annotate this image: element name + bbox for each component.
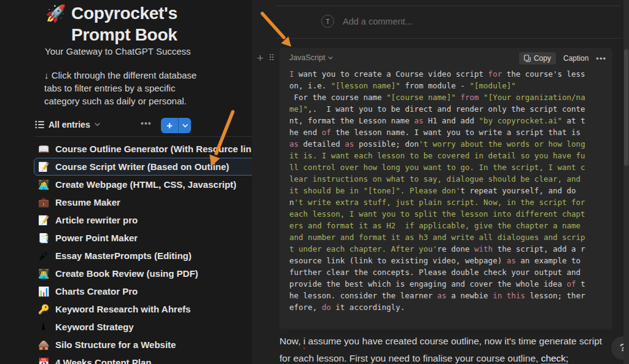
code-line: it is. I want each lesson to be covered … (289, 150, 585, 161)
list-item-label: Keyword Strategy (55, 322, 134, 332)
content-panel: T Add a comment... + ⠿ JavaScript Copy C… (252, 0, 629, 364)
check-link[interactable]: check; (541, 353, 569, 364)
code-block-more-button[interactable]: ••• (596, 54, 606, 63)
hut-icon: 🛖 (37, 339, 50, 350)
comment-placeholder: Add a comment... (343, 17, 413, 26)
page-title-line2: Prompt Book (71, 24, 178, 45)
list-item-label: Create Webpage (HTML, CSS, Javascript) (55, 179, 236, 190)
list-item[interactable]: 📑Power Point Maker (34, 229, 252, 247)
entries-list: 📖Course Outline Generator (With Resource… (34, 140, 252, 364)
list-item-label: Power Point Maker (55, 233, 138, 243)
code-line: provide the best which is engaging and c… (289, 278, 585, 290)
key-icon: 🔑 (37, 304, 50, 315)
view-tab-label: All entries (49, 120, 90, 130)
list-item[interactable]: 🖋Essay MasterPrompts (Editing) (34, 247, 252, 265)
code-line: ers and format it as H2 if applicable, g… (289, 220, 585, 231)
drag-handle[interactable]: ⠿ (268, 53, 275, 63)
paragraph-text: for each lesson. First you need to final… (279, 353, 541, 363)
list-item-label: Article rewriter pro (55, 215, 138, 225)
code-line: ll control over how long you want to go.… (289, 161, 585, 173)
view-options-button[interactable]: ••• (141, 118, 152, 128)
toolbar-divider (35, 136, 252, 137)
add-block-button[interactable]: + (257, 52, 264, 65)
code-line: as detailed as possible; don't worry abo… (289, 138, 585, 150)
new-entry-button: + (161, 118, 191, 133)
list-item-label: Course Outline Generator (With Resource … (55, 144, 251, 154)
chevron-down-icon (182, 124, 188, 128)
list-item[interactable]: 📖Course Outline Generator (With Resource… (34, 140, 252, 158)
list-item[interactable]: 👩‍💻Create Webpage (HTML, CSS, Javascript… (34, 176, 252, 193)
list-item[interactable]: 🛖Silo Structure for a Website (34, 336, 252, 354)
list-item[interactable]: 📊Charts Creator Pro (34, 282, 252, 300)
list-item-label: Charts Creator Pro (55, 286, 138, 296)
page-description: ↓ Click through the different databaseta… (44, 69, 197, 107)
list-item[interactable]: 📅4 Weeks Content Plan (34, 354, 252, 364)
code-line: nt, format the Lesson name as H1 and add… (289, 115, 585, 126)
language-label: JavaScript (289, 53, 325, 62)
divider (276, 38, 621, 39)
green-bar-chart-icon: 📊 (37, 286, 50, 297)
description-line: ↓ Click through the different database (44, 69, 197, 82)
man-technologist-icon: 👨‍💻 (37, 268, 50, 279)
code-line: esource link (link to existing video, we… (289, 255, 585, 266)
chevron-down-icon (328, 56, 333, 60)
list-item-label: Resume Maker (55, 197, 120, 207)
view-tab-all-entries[interactable]: All entries (35, 120, 100, 130)
list-item[interactable]: 📝Article rewriter pro (34, 211, 252, 229)
new-entry-plus-button[interactable]: + (161, 118, 178, 133)
avatar: T (321, 15, 334, 28)
code-line: n't write extra stuff, just plain script… (289, 196, 585, 208)
purple-pen-icon: 🖋 (37, 250, 50, 261)
page-subtitle: Your Gateway to ChatGPT Success (45, 46, 191, 56)
language-selector[interactable]: JavaScript (289, 53, 333, 62)
code-line: For the course name "[course name]" from… (289, 91, 585, 103)
database-panel: 🚀 Copyrocket's Prompt Book Your Gateway … (0, 0, 252, 364)
code-line: t under each chapter. After you're done … (289, 243, 585, 255)
list-item-label: Silo Structure for a Website (55, 339, 176, 350)
scrollbar[interactable] (623, 0, 629, 364)
caption-button[interactable]: Caption (563, 54, 588, 63)
list-item-label: Essay MasterPrompts (Editing) (55, 250, 192, 261)
list-item-label: Course Script Writer (Based on Outline) (55, 161, 229, 172)
description-line: category such as daily or personal. (44, 95, 197, 107)
code-line: and number and format it as h3 and write… (289, 231, 585, 243)
page-title-line1: Copyrocket's (71, 2, 178, 24)
divider (276, 6, 621, 6)
list-item[interactable]: 📝Course Script Writer (Based on Outline) (34, 158, 252, 176)
memo-pencil-icon: 📝 (37, 161, 50, 172)
code-line: efore, do it accordingly. (289, 301, 585, 313)
list-item[interactable]: 💼Resume Maker (34, 193, 252, 211)
copy-button[interactable]: Copy (519, 52, 556, 64)
code-line: he lesson. consider the learner as a new… (289, 290, 585, 301)
code-line: it should be in "[tone]". Please don't r… (289, 185, 585, 196)
new-entry-dropdown-button[interactable] (178, 118, 191, 133)
list-item[interactable]: 🔑Keyword Research with Ahrefs (34, 300, 252, 318)
chevron-down-icon (95, 123, 100, 126)
code-line: lear instructions on what to say, dialog… (289, 173, 585, 185)
description-line: tabs to filter entries by a specific (44, 82, 197, 95)
code-line: he end of the lesson name. I want you to… (289, 126, 585, 138)
briefcase-icon: 💼 (37, 197, 50, 208)
list-item[interactable]: 👨‍💻Create Book Review (using PDF) (34, 265, 252, 282)
list-item-label: Create Book Review (using PDF) (55, 268, 198, 279)
code-line: on, i.e. "[lesson name]" from module - "… (289, 80, 585, 91)
list-item[interactable]: 🌡Keyword Strategy (34, 318, 252, 336)
list-item-label: Keyword Research with Ahrefs (55, 304, 190, 314)
open-book-icon: 📖 (37, 144, 50, 155)
copy-button-label: Copy (534, 54, 551, 63)
list-view-icon (35, 120, 44, 129)
paragraph-line: Now, i assume you have created course ou… (279, 336, 602, 347)
copy-icon (524, 55, 531, 62)
add-comment-input[interactable]: T Add a comment... (321, 15, 413, 28)
memo-pencil-icon: 📝 (37, 215, 50, 226)
paragraph-text: Now, (279, 336, 303, 346)
woman-technologist-icon: 👩‍💻 (37, 179, 50, 190)
paragraph-text: assume you have created course outline, … (305, 336, 602, 346)
code-line: further clear the concepts. Please doubl… (289, 266, 585, 278)
code-line: I want you to create a Course video scri… (289, 68, 585, 80)
code-content: I want you to create a Course video scri… (289, 68, 585, 313)
scrollbar-thumb[interactable] (624, 49, 628, 166)
paragraph-line: for each lesson. First you need to final… (279, 353, 568, 364)
page-title: 🚀 Copyrocket's Prompt Book (45, 2, 178, 45)
code-line: me]",. I want you to be direct and rende… (289, 103, 585, 115)
